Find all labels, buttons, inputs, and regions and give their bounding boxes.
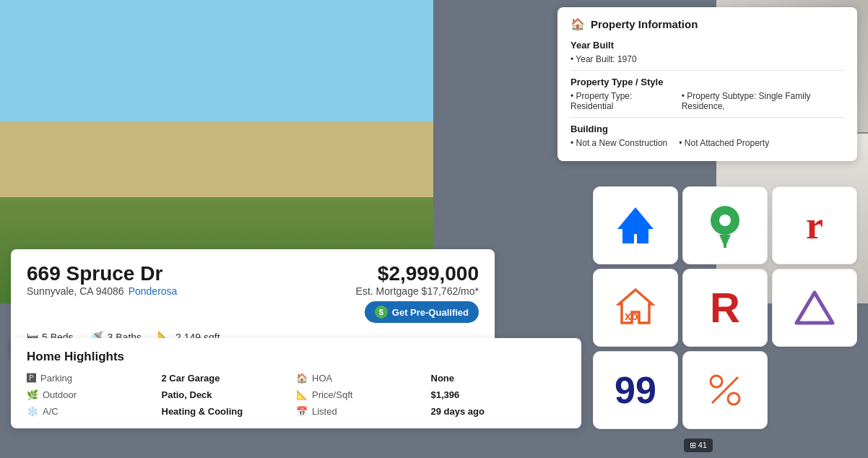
svg-text:xo: xo [625,310,638,322]
property-type-section: Property Type / Style [570,77,844,87]
zillow-logo[interactable] [593,186,678,264]
panel-title: Property Information [591,18,698,30]
home-icon: 🏠 [570,17,585,31]
price: $2,999,000 [356,262,479,285]
mortgage: Est. Mortgage $17,762/mo* [356,285,479,297]
hl-pricesqft-label: 📐 Price/Sqft [296,389,431,400]
xome-logo[interactable]: xo [593,269,678,347]
hl-parking-label: 🅿 Parking [27,373,162,384]
svg-point-2 [719,215,731,226]
ratehub-logo[interactable] [682,351,768,429]
sqft-icon: 📐 [296,389,308,400]
svg-line-9 [712,377,738,403]
logo-grid: r xo R 99 [593,186,857,429]
hoa-icon: 🏠 [296,373,308,384]
divider-2 [570,117,844,118]
redfin-r-letter: R [710,287,740,329]
google-maps-logo[interactable] [682,186,768,264]
hl-listed-value: 29 days ago [431,406,566,417]
compass-logo[interactable] [772,269,857,347]
hl-listed-label: 📅 Listed [296,406,431,417]
hl-parking-value: 2 Car Garage [162,373,297,384]
pre-qualified-button[interactable]: $ Get Pre-Qualified [365,301,479,323]
building-section: Building [570,124,844,134]
image-count-badge: ⊞ 41 [684,438,713,452]
dollar-icon: $ [375,306,388,319]
address-city: Sunnyvale, CA 94086 [27,285,124,297]
year-built-value: • Year Built: 1970 [570,54,637,64]
hl-ac-value: Heating & Cooling [162,406,297,417]
99acres-logo[interactable]: 99 [593,351,678,429]
property-type: • Property Type: Residential [570,91,670,111]
address-street: 669 Spruce Dr [27,262,177,285]
neighborhood-link[interactable]: Ponderosa [129,285,178,297]
ac-icon: ❄️ [27,406,38,417]
property-subtype: • Property Subtype: Single Family Reside… [682,91,844,111]
highlights-title: Home Highlights [27,350,565,364]
year-built-section: Year Built [570,40,844,51]
hl-outdoor-label: 🌿 Outdoor [27,389,162,400]
pre-qual-label: Get Pre-Qualified [392,307,469,318]
outdoor-icon: 🌿 [27,389,38,400]
hl-outdoor-value: Patio, Deck [162,389,297,400]
svg-point-7 [711,376,722,387]
svg-marker-0 [617,207,654,243]
property-info-panel: 🏠 Property Information Year Built • Year… [557,7,857,161]
divider-1 [570,70,844,71]
highlights-card: Home Highlights 🅿 Parking 2 Car Garage 🏠… [11,338,581,428]
99-text: 99 [615,371,656,409]
realtor-r-letter: r [806,206,823,245]
svg-marker-3 [719,235,731,248]
svg-marker-6 [797,293,833,323]
building-2: • Not Attached Property [679,138,769,148]
building-1: • Not a New Construction [570,138,667,148]
svg-point-8 [728,393,739,405]
hl-hoa-label: 🏠 HOA [296,373,431,384]
highlights-grid: 🅿 Parking 2 Car Garage 🏠 HOA None 🌿 Outd… [27,373,565,417]
listed-icon: 📅 [296,406,308,417]
redfin-logo[interactable]: R [682,269,768,347]
parking-icon: 🅿 [27,373,36,384]
hl-hoa-value: None [431,373,566,384]
realtor-logo[interactable]: r [772,186,857,264]
hl-ac-label: ❄️ A/C [27,406,162,417]
hl-pricesqft-value: $1,396 [431,389,566,400]
